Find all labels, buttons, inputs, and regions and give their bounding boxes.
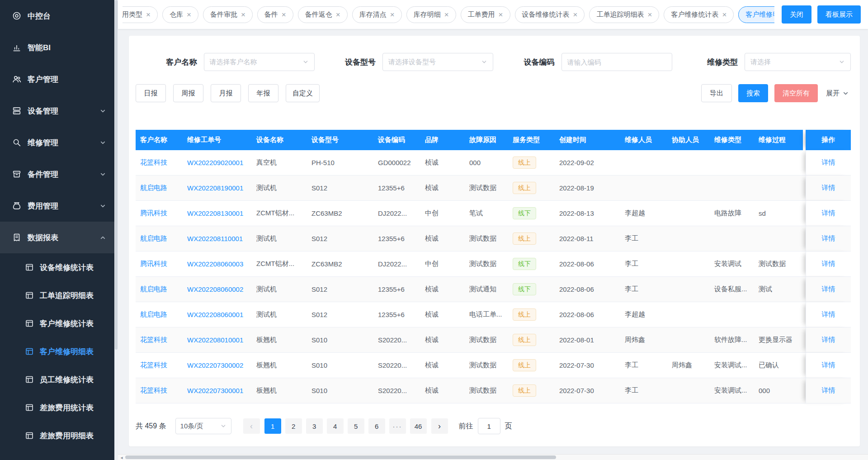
work-order-link[interactable]: WX202208060001 — [187, 311, 243, 318]
tab-2[interactable]: 仓库× — [162, 6, 198, 23]
work-order-link[interactable]: WX202208060003 — [187, 260, 243, 268]
detail-link[interactable]: 详情 — [822, 234, 835, 242]
filter-select-1[interactable]: 请选择客户名称 — [204, 53, 315, 71]
period-button-4[interactable]: 年报 — [248, 84, 278, 102]
page-button-1[interactable]: 1 — [264, 418, 281, 434]
customer-link[interactable]: 花篮科技 — [140, 386, 167, 394]
sidebar-scrollbar-thumb[interactable] — [115, 0, 118, 350]
detail-link[interactable]: 详情 — [822, 336, 835, 343]
sidebar-subitem-1[interactable]: 设备维修统计表 — [0, 253, 118, 281]
filter-input-3[interactable] — [567, 58, 666, 66]
tab-12[interactable]: 客户维修明细表× — [738, 6, 774, 23]
close-button[interactable]: 关闭 — [782, 5, 811, 24]
sidebar-subitem-6[interactable]: 差旅费用统计表 — [0, 394, 118, 422]
tab-7[interactable]: 库存明细× — [406, 6, 456, 23]
customer-link[interactable]: 腾讯科技 — [140, 260, 167, 267]
detail-link[interactable]: 详情 — [822, 310, 835, 318]
filter-select-4[interactable]: 请选择 — [745, 53, 851, 71]
tab-close-icon[interactable]: × — [390, 11, 395, 19]
horizontal-scrollbar-thumb[interactable] — [125, 455, 556, 459]
sidebar-item-1[interactable]: 中控台 — [0, 0, 118, 32]
detail-link[interactable]: 详情 — [822, 184, 835, 191]
customer-link[interactable]: 航启电路 — [140, 234, 167, 242]
sidebar-item-3[interactable]: 客户管理 — [0, 63, 118, 95]
tab-9[interactable]: 设备维修统计表× — [515, 6, 585, 23]
tab-close-icon[interactable]: × — [336, 11, 340, 19]
detail-link[interactable]: 详情 — [822, 285, 835, 293]
period-button-2[interactable]: 周报 — [173, 84, 203, 102]
tab-close-icon[interactable]: × — [187, 11, 191, 19]
export-button[interactable]: 导出 — [701, 84, 732, 102]
goto-page-input[interactable] — [478, 418, 500, 434]
page-button-5[interactable]: 5 — [348, 418, 364, 434]
tab-close-icon[interactable]: × — [241, 11, 245, 19]
sidebar-subitem-7[interactable]: 差旅费用明细表 — [0, 422, 118, 450]
sidebar-scrollbar[interactable] — [114, 0, 118, 460]
prev-page-button[interactable]: ‹ — [243, 418, 260, 434]
customer-link[interactable]: 航启电路 — [140, 310, 167, 318]
work-order-link[interactable]: WX202208010001 — [187, 336, 243, 344]
sidebar-item-4[interactable]: 设备管理 — [0, 95, 118, 127]
work-order-link[interactable]: WX202207300002 — [187, 361, 243, 369]
tab-close-icon[interactable]: × — [499, 11, 503, 19]
sidebar-item-8[interactable]: 数据报表 — [0, 222, 118, 253]
customer-link[interactable]: 腾讯科技 — [140, 209, 167, 217]
tab-6[interactable]: 库存清点× — [352, 6, 402, 23]
sidebar-subitem-2[interactable]: 工单追踪明细表 — [0, 281, 118, 309]
work-order-link[interactable]: WX202208130001 — [187, 209, 243, 217]
tab-close-icon[interactable]: × — [444, 11, 449, 19]
detail-link[interactable]: 详情 — [822, 209, 835, 217]
page-button-4[interactable]: 4 — [327, 418, 344, 434]
work-order-link[interactable]: WX202209020001 — [187, 159, 243, 166]
horizontal-scrollbar-track[interactable] — [125, 455, 868, 460]
tab-close-icon[interactable]: × — [647, 11, 652, 19]
work-order-link[interactable]: WX202208060002 — [187, 285, 243, 293]
customer-link[interactable]: 花篮科技 — [140, 158, 167, 166]
board-display-button[interactable]: 看板展示 — [817, 5, 861, 24]
detail-link[interactable]: 详情 — [822, 361, 835, 369]
scroll-left-arrow-icon[interactable]: ◂ — [118, 455, 125, 460]
sidebar-item-6[interactable]: 备件管理 — [0, 158, 118, 190]
sidebar-subitem-4[interactable]: 客户维修明细表 — [0, 337, 118, 365]
tab-1[interactable]: 费用类型× — [123, 6, 158, 23]
customer-link[interactable]: 花篮科技 — [140, 336, 167, 343]
detail-link[interactable]: 详情 — [822, 158, 835, 166]
tab-8[interactable]: 工单费用× — [461, 6, 510, 23]
tab-close-icon[interactable]: × — [722, 11, 726, 19]
clear-all-button[interactable]: 清空所有 — [774, 84, 818, 102]
work-order-link[interactable]: WX202208110001 — [187, 235, 243, 242]
period-button-1[interactable]: 日报 — [136, 84, 166, 102]
page-button-6[interactable]: 6 — [368, 418, 385, 434]
customer-link[interactable]: 航启电路 — [140, 184, 167, 191]
filter-select-2[interactable]: 请选择设备型号 — [382, 53, 493, 71]
page-more-button[interactable]: ··· — [389, 418, 406, 434]
page-button-3[interactable]: 3 — [306, 418, 323, 434]
period-button-3[interactable]: 月报 — [211, 84, 241, 102]
sidebar-subitem-3[interactable]: 客户维修统计表 — [0, 309, 118, 337]
tab-close-icon[interactable]: × — [146, 11, 151, 19]
tab-3[interactable]: 备件审批× — [203, 6, 253, 23]
sidebar-item-5[interactable]: 维修管理 — [0, 127, 118, 158]
sidebar-item-2[interactable]: 智能BI — [0, 32, 118, 63]
detail-link[interactable]: 详情 — [822, 386, 835, 394]
detail-link[interactable]: 详情 — [822, 260, 835, 267]
customer-link[interactable]: 花篮科技 — [140, 361, 167, 369]
tab-close-icon[interactable]: × — [573, 11, 578, 19]
tab-11[interactable]: 客户维修统计表× — [664, 6, 734, 23]
page-button-46[interactable]: 46 — [410, 418, 427, 434]
period-button-5[interactable]: 自定义 — [286, 84, 320, 102]
tab-5[interactable]: 备件返仓× — [298, 6, 348, 23]
work-order-link[interactable]: WX202208190001 — [187, 184, 243, 192]
sidebar-subitem-5[interactable]: 员工维修统计表 — [0, 365, 118, 394]
tab-10[interactable]: 工单追踪明细表× — [589, 6, 659, 23]
work-order-link[interactable]: WX202207300001 — [187, 387, 243, 394]
tab-4[interactable]: 备件× — [257, 6, 293, 23]
sidebar-item-7[interactable]: 费用管理 — [0, 190, 118, 222]
customer-link[interactable]: 航启电路 — [140, 285, 167, 293]
tab-close-icon[interactable]: × — [282, 11, 286, 19]
page-button-2[interactable]: 2 — [285, 418, 302, 434]
expand-toggle[interactable]: 展开 — [824, 84, 851, 102]
search-button[interactable]: 搜索 — [738, 84, 768, 102]
next-page-button[interactable]: › — [431, 418, 448, 434]
horizontal-scrollbar[interactable]: ◂ — [118, 454, 868, 460]
